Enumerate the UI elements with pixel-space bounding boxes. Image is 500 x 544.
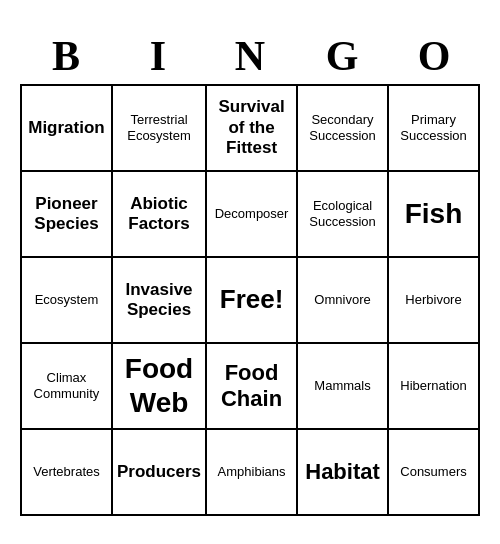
cell-text: Invasive Species [117,280,201,321]
cell-text: Survival of the Fittest [211,97,292,158]
bingo-cell: Abiotic Factors [113,172,207,258]
cell-text: Fish [405,197,463,231]
bingo-cell: Free! [207,258,298,344]
cell-text: Vertebrates [33,464,100,480]
bingo-header: BINGO [20,28,480,84]
cell-text: Decomposer [215,206,289,222]
cell-text: Mammals [314,378,370,394]
cell-text: Omnivore [314,292,370,308]
bingo-cell: Invasive Species [113,258,207,344]
bingo-cell: Terrestrial Ecosystem [113,86,207,172]
cell-text: Primary Succession [393,112,474,143]
cell-text: Pioneer Species [26,194,107,235]
cell-text: Secondary Succession [302,112,383,143]
bingo-cell: Ecosystem [22,258,113,344]
cell-text: Abiotic Factors [117,194,201,235]
cell-text: Free! [220,284,284,315]
cell-text: Food Web [117,352,201,419]
cell-text: Habitat [305,459,380,485]
bingo-cell: Food Chain [207,344,298,430]
header-letter: B [20,28,112,84]
bingo-cell: Fish [389,172,480,258]
cell-text: Ecological Succession [302,198,383,229]
bingo-grid: MigrationTerrestrial EcosystemSurvival o… [20,84,480,516]
bingo-cell: Primary Succession [389,86,480,172]
bingo-cell: Hibernation [389,344,480,430]
bingo-cell: Secondary Succession [298,86,389,172]
bingo-cell: Omnivore [298,258,389,344]
bingo-cell: Food Web [113,344,207,430]
cell-text: Terrestrial Ecosystem [117,112,201,143]
bingo-cell: Producers [113,430,207,516]
header-letter: I [112,28,204,84]
bingo-cell: Migration [22,86,113,172]
cell-text: Consumers [400,464,466,480]
bingo-cell: Herbivore [389,258,480,344]
bingo-cell: Survival of the Fittest [207,86,298,172]
cell-text: Hibernation [400,378,467,394]
cell-text: Amphibians [218,464,286,480]
cell-text: Producers [117,462,201,482]
bingo-cell: Vertebrates [22,430,113,516]
header-letter: G [296,28,388,84]
bingo-card: BINGO MigrationTerrestrial EcosystemSurv… [10,18,490,526]
cell-text: Herbivore [405,292,461,308]
header-letter: O [388,28,480,84]
bingo-cell: Decomposer [207,172,298,258]
bingo-cell: Mammals [298,344,389,430]
bingo-cell: Climax Community [22,344,113,430]
bingo-cell: Habitat [298,430,389,516]
header-letter: N [204,28,296,84]
cell-text: Ecosystem [35,292,99,308]
bingo-cell: Amphibians [207,430,298,516]
bingo-cell: Pioneer Species [22,172,113,258]
bingo-cell: Ecological Succession [298,172,389,258]
cell-text: Climax Community [26,370,107,401]
bingo-cell: Consumers [389,430,480,516]
cell-text: Migration [28,118,105,138]
cell-text: Food Chain [211,360,292,413]
